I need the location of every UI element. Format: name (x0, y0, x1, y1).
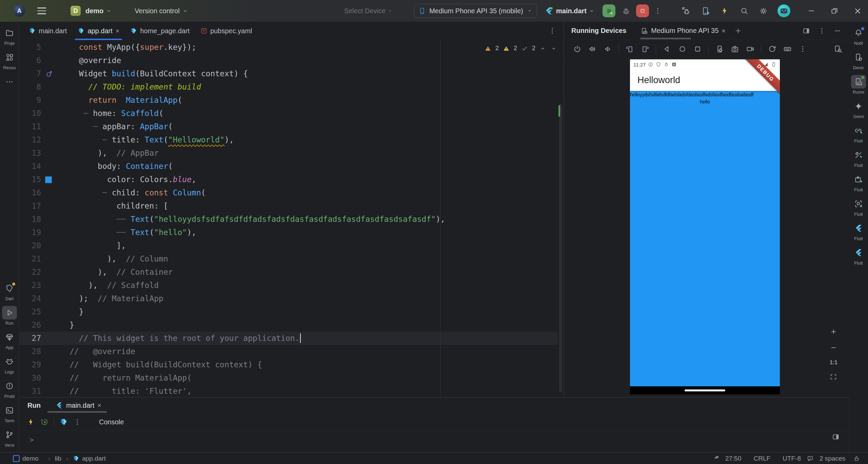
stripe-item-versi[interactable]: Versi (2, 428, 17, 448)
home-icon[interactable] (676, 43, 689, 56)
snapshot-reset-icon[interactable] (766, 43, 778, 56)
chevron-down-icon[interactable] (182, 7, 189, 14)
stripe-item-more[interactable] (2, 75, 17, 89)
gutter-line[interactable]: 8 (19, 80, 70, 94)
stop-button[interactable] (636, 4, 649, 17)
editor-scrollbar[interactable] (558, 43, 563, 396)
tab-main-dart[interactable]: main.dart (23, 22, 72, 40)
stripe-item-flutt[interactable]: Flutt (851, 197, 866, 217)
stripe-item-flutt[interactable]: Flutt (851, 124, 866, 143)
hot-reload-icon[interactable] (27, 418, 35, 426)
close-tab-icon[interactable]: × (116, 27, 120, 34)
gutter-line[interactable]: 20 (19, 239, 70, 252)
avatar[interactable] (777, 4, 790, 17)
project-badge[interactable]: D (71, 6, 81, 16)
zoom-in-button[interactable]: + (831, 327, 836, 336)
gutter-line[interactable]: 17 (19, 199, 70, 213)
dart-dev-tools-icon[interactable] (60, 418, 68, 426)
close-icon[interactable] (853, 7, 862, 15)
keyboard-icon[interactable] (781, 43, 794, 56)
chevron-down-icon[interactable] (105, 7, 112, 14)
breadcrumb-lib[interactable]: lib (55, 455, 61, 462)
stripe-item-flutt[interactable]: Flutt (851, 221, 866, 241)
more-actions-icon[interactable] (654, 7, 662, 15)
stripe-item-devic[interactable]: Devic (851, 51, 866, 70)
unlock-icon[interactable] (853, 455, 860, 462)
color-swatch-icon[interactable] (45, 176, 52, 183)
gutter-line[interactable]: 6 (19, 54, 70, 67)
gutter-line[interactable]: 7 (19, 67, 70, 80)
stripe-item-proje[interactable]: Proje (2, 26, 17, 46)
screenshot-icon[interactable] (728, 43, 741, 56)
volume-down-icon[interactable] (601, 43, 614, 56)
maximize-icon[interactable] (830, 7, 839, 15)
home-indicator[interactable] (685, 389, 725, 391)
code-area[interactable]: const MyApp({super.key}); @override Widg… (70, 41, 558, 397)
stripe-item-runni[interactable]: Runni (851, 75, 866, 95)
gutter-line[interactable]: 5 (19, 41, 70, 54)
device-tab[interactable]: Medium Phone API 35 × (640, 22, 726, 40)
stripe-item-notif[interactable]: Notif (851, 26, 866, 46)
project-menu[interactable]: demo (85, 7, 103, 15)
file-encoding[interactable]: UTF-8 (783, 455, 801, 462)
hide-panel-icon[interactable] (833, 27, 842, 35)
editor-gutter[interactable]: 5678910111213141516171819202122232425262… (19, 41, 70, 397)
run-options-icon[interactable] (73, 418, 81, 426)
gutter-line[interactable]: 29 (19, 358, 70, 371)
close-run-tab-icon[interactable]: × (97, 402, 101, 409)
next-problem-icon[interactable] (550, 45, 557, 52)
stripe-item-gemi[interactable]: Gemi (851, 99, 866, 119)
search-icon[interactable] (740, 6, 749, 15)
hot-restart-icon[interactable] (40, 418, 48, 426)
select-device-label[interactable]: Select Device (344, 7, 386, 15)
gutter-line[interactable]: 25 (19, 305, 70, 318)
gutter-line[interactable]: 9 (19, 94, 70, 107)
breadcrumb-file[interactable]: app.dart (73, 455, 106, 462)
stripe-item-resou[interactable]: Resou (2, 51, 17, 70)
run-tab-main-dart[interactable]: main.dart × (56, 402, 101, 409)
gutter-line[interactable]: 14 (19, 160, 70, 173)
gutter-line[interactable]: 10 (19, 107, 70, 120)
gutter-line[interactable]: 24 (19, 292, 70, 305)
gutter-line[interactable]: 31 (19, 385, 70, 397)
gutter-line[interactable]: 23 (19, 279, 70, 292)
vcs-menu[interactable]: Version control (135, 7, 179, 15)
gutter-line[interactable]: 18 (19, 213, 70, 226)
device-selector[interactable]: Medium Phone API 35 (mobile) (414, 4, 537, 18)
screenshot-search-icon[interactable] (831, 43, 844, 56)
power-icon[interactable] (571, 43, 584, 56)
gutter-line[interactable]: 28 (19, 345, 70, 358)
ai-assistant-off-icon[interactable] (713, 455, 719, 462)
stripe-item-dart[interactable]: Dart (2, 282, 17, 301)
hot-reload-bolt-icon[interactable] (720, 6, 729, 15)
panel-options-icon[interactable] (818, 27, 826, 35)
close-device-tab-icon[interactable]: × (722, 27, 726, 34)
tab-app-dart[interactable]: app.dart × (72, 22, 125, 40)
attach-debugger-icon[interactable] (682, 6, 691, 16)
zoom-reset-button[interactable]: 1:1 (830, 360, 837, 366)
minimize-icon[interactable] (807, 7, 815, 15)
main-menu-icon[interactable] (37, 7, 46, 14)
gutter-line[interactable]: 12 (19, 133, 70, 147)
stripe-item-flutt[interactable]: Flutt (851, 246, 866, 266)
gutter-line[interactable]: 13 (19, 147, 70, 160)
add-device-icon[interactable] (734, 27, 742, 35)
run-configuration[interactable]: main.dart (556, 7, 587, 15)
stripe-item-logc[interactable]: Logc (2, 355, 17, 374)
zoom-out-button[interactable]: − (831, 343, 836, 352)
override-icon[interactable] (45, 70, 53, 78)
gutter-line[interactable]: 21 (19, 252, 70, 266)
code-editor[interactable]: 5678910111213141516171819202122232425262… (19, 40, 563, 397)
gutter-line[interactable]: 22 (19, 266, 70, 279)
emulator-screen[interactable]: 11:27 3G Helloworld helloyydsfsdfafsdfdf… (630, 59, 780, 394)
stripe-item-probl[interactable]: Probl (2, 379, 17, 399)
chevron-down-icon[interactable] (588, 7, 595, 14)
fit-screen-icon[interactable] (830, 373, 837, 381)
stripe-item-flutt[interactable]: Flutt (851, 148, 866, 168)
caret-position[interactable]: 27:50 (725, 455, 742, 462)
debug-button[interactable] (622, 6, 631, 16)
console-area[interactable]: > (19, 431, 849, 452)
stripe-item-flutt[interactable]: Flutt (851, 173, 866, 192)
more-vertical-icon[interactable] (796, 43, 809, 56)
indent-setting[interactable]: 2 spaces (820, 455, 845, 462)
